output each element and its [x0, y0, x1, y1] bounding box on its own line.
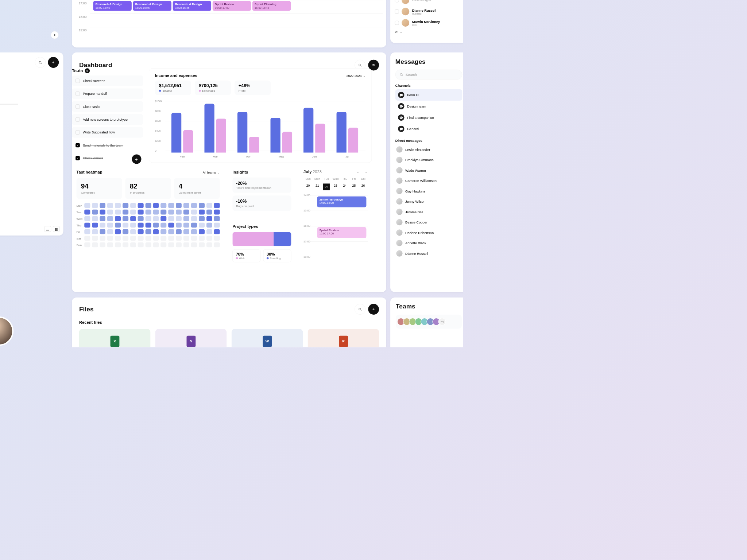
insight-item: -10%Bugs on prod — [232, 195, 291, 211]
dm-item[interactable]: Wade Warren — [395, 165, 462, 176]
heatmap-cell — [84, 242, 90, 248]
channel-item[interactable]: 💬Design team — [395, 101, 462, 112]
checkbox[interactable]: ✓ — [76, 143, 80, 147]
heatmap-cell — [176, 210, 182, 215]
chevron-down-icon: ⌄ — [400, 30, 402, 34]
people-selector-fragment: Product DesignerDianne RussellIllustrato… — [390, 0, 463, 43]
checkbox[interactable] — [76, 79, 80, 83]
heatmap-cell — [146, 242, 151, 248]
todo-item[interactable]: Write Suggested flow — [72, 127, 143, 137]
heatmap-title: Tast heatmap — [77, 170, 102, 175]
chart-stat: +48%Profit — [235, 81, 271, 95]
heatmap-cell — [191, 242, 197, 248]
dm-item[interactable]: Cameron Williamson — [395, 175, 462, 186]
todo-item[interactable]: ✓Send materials to the team — [72, 140, 143, 151]
next-week-icon[interactable]: → — [364, 170, 368, 174]
file-tile[interactable]: X — [79, 329, 150, 347]
todo-item[interactable]: Check screens — [72, 75, 143, 86]
calendar-event[interactable]: Jenny / Brooklyn14:00-15:00 — [317, 197, 366, 207]
heatmap-cell — [199, 210, 205, 215]
calendar-event[interactable]: Research & Design16:00-16:45 — [133, 1, 171, 11]
heatmap-cell — [115, 203, 121, 208]
search-icon[interactable] — [35, 57, 46, 68]
list-view-icon[interactable]: ☰ — [44, 226, 51, 232]
heatmap-cell — [84, 216, 90, 221]
calendar-event[interactable]: Sprint Planning16:00-16:45 — [252, 1, 291, 11]
channel-item[interactable]: 💬General — [395, 123, 462, 135]
heatmap-cell — [107, 242, 113, 248]
dm-item[interactable]: Bessie Cooper — [395, 217, 462, 228]
add-button[interactable]: ＋ — [48, 57, 59, 68]
messages-panel: Messages Search Channels 💬Form UI💬Design… — [390, 52, 463, 292]
file-tile[interactable]: W — [232, 329, 303, 347]
checkbox[interactable] — [76, 104, 80, 109]
more-members[interactable]: +4 — [438, 318, 446, 326]
calendar-event[interactable]: Sprint Review16:00-17:00 — [317, 227, 366, 238]
heatmap-cell — [123, 223, 128, 228]
heatmap-cell — [168, 203, 174, 208]
files-panel: Files ＋ Recent files XNWP — [72, 298, 386, 347]
team-filter[interactable]: All teams⌄ — [203, 170, 220, 175]
checkbox[interactable] — [76, 130, 80, 135]
grid-view-icon[interactable]: ▦ — [53, 226, 60, 232]
add-file-button[interactable]: ＋ — [368, 304, 379, 315]
heatmap-cell — [191, 216, 197, 221]
dm-item[interactable]: Darlene Robertson — [395, 228, 462, 238]
heatmap-cell — [199, 203, 205, 208]
date-range-selector[interactable]: 2022-2023⌄ — [347, 74, 366, 78]
calendar-date[interactable]: 24 — [340, 182, 349, 192]
bar — [216, 119, 226, 153]
heatmap-cell — [168, 229, 174, 234]
calendar-date[interactable]: 20 — [303, 182, 313, 192]
svg-point-0 — [39, 61, 41, 63]
add-todo-button[interactable]: ＋ — [132, 154, 141, 164]
todo-item[interactable]: Prepare handoff — [72, 88, 143, 99]
dm-item[interactable]: Jenny Wilson — [395, 196, 462, 207]
calendar-event[interactable]: Sprint Review16:00-17:00 — [213, 1, 251, 11]
mini-calendar: July 2023 ← → SunMonTueWedThuFriSat 2021… — [299, 166, 372, 276]
dm-item[interactable]: Leslie Alexander — [395, 144, 462, 155]
dm-header: Direct messages — [395, 139, 462, 143]
prev-week-icon[interactable]: ← — [356, 170, 360, 174]
heatmap-cell — [130, 236, 136, 241]
checkbox[interactable] — [395, 0, 399, 2]
play-icon[interactable] — [51, 31, 59, 39]
dm-item[interactable]: Brooklyn Simmons — [395, 155, 462, 165]
heatmap-cell — [130, 223, 136, 228]
heatmap-stat: 4Going next sprint — [174, 178, 220, 199]
channel-item[interactable]: 💬Find a companion — [395, 112, 462, 123]
page-size[interactable]: 20 — [395, 30, 399, 34]
checkbox[interactable] — [395, 9, 399, 13]
checkbox[interactable]: ✓ — [76, 156, 80, 160]
calendar-event[interactable]: Research & Design16:00-16:45 — [173, 1, 211, 11]
dm-item[interactable]: Guy Hawkins — [395, 186, 462, 197]
todo-item[interactable]: Close tasks — [72, 101, 143, 112]
todo-item[interactable]: Add new screens to prototype — [72, 114, 143, 125]
person-row[interactable]: Dianne RussellIllustrator — [395, 6, 463, 17]
checkbox[interactable] — [76, 92, 80, 96]
channel-item[interactable]: 💬Form UI — [395, 89, 462, 101]
dm-item[interactable]: Dianne Russell — [395, 248, 462, 259]
dm-item[interactable]: Jerome Bell — [395, 207, 462, 217]
dm-item[interactable]: Annette Black — [395, 238, 462, 248]
calendar-date[interactable]: 26 — [359, 182, 368, 192]
heatmap-cell — [100, 203, 105, 208]
calendar-date[interactable]: 23 — [331, 182, 340, 192]
file-tile[interactable]: P — [308, 329, 379, 347]
heatmap-cell — [130, 229, 136, 234]
calendar-date[interactable]: 21 — [313, 182, 322, 192]
checkbox[interactable] — [395, 21, 399, 25]
heatmap-cell — [153, 210, 159, 215]
heatmap-cell — [183, 242, 189, 248]
file-tile[interactable]: N — [155, 329, 227, 347]
heatmap-cell — [107, 229, 113, 234]
calendar-event[interactable]: Research & Design16:00-16:45 — [93, 1, 131, 11]
checkbox[interactable] — [76, 117, 80, 122]
calendar-date[interactable]: 25 — [349, 182, 359, 192]
heatmap-cell — [214, 229, 220, 234]
person-row[interactable]: Product Designer — [395, 0, 463, 6]
search-input[interactable]: Search — [395, 70, 462, 79]
person-row[interactable]: Marvin McKinneyCEO — [395, 17, 463, 28]
search-button[interactable] — [355, 304, 365, 315]
calendar-date[interactable]: 22 — [322, 182, 331, 192]
